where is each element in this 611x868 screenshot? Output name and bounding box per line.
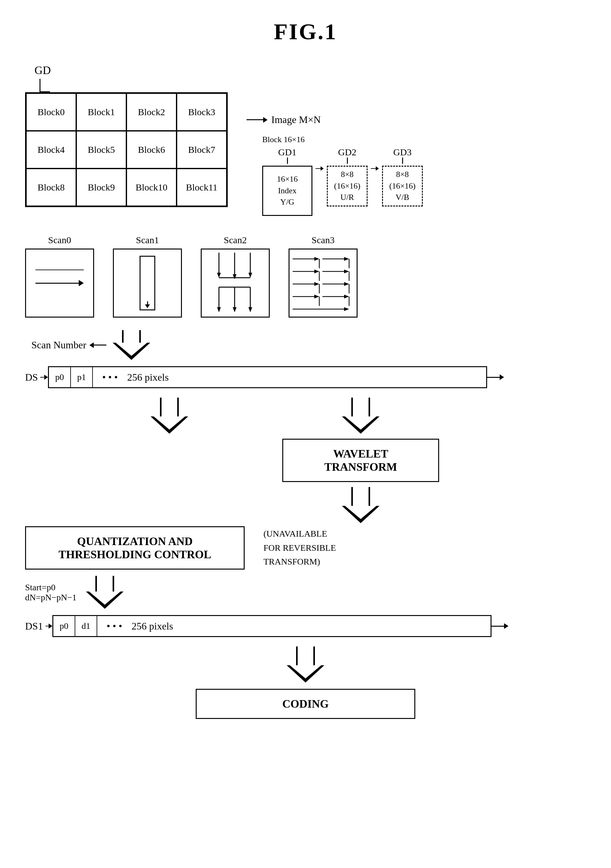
box3-line3: V/B [396,192,409,203]
svg-marker-19 [344,257,349,261]
grid-cell-5: Block5 [76,131,127,169]
svg-marker-35 [314,294,319,298]
svg-marker-23 [314,270,319,273]
gd-main-label: GD [34,64,51,77]
quantization-box: QUANTIZATION AND THRESHOLDING CONTROL [25,526,244,570]
top-section: GD Block0 Block1 Block2 Block3 Block4 Bl… [25,64,586,216]
right-block-diagram: Image M×N Block 16×16 GD1 16×16 [246,114,423,216]
ds1-d1: d1 [75,616,97,636]
grid-cell-6: Block6 [127,131,176,169]
svg-marker-4 [233,274,237,279]
unavailable-note: (UNAVAILABLE FOR REVERSIBLE TRANSFORM) [263,527,336,569]
ds-content: • • • 256 pixels [93,367,486,387]
svg-marker-13 [248,307,252,312]
ds1-dots: • • • [107,620,122,632]
svg-marker-37 [344,294,349,298]
wavelet-line2: TRANSFORM [296,460,425,474]
ds1-p0: p0 [53,616,75,636]
box2-line1: 8×8 [341,169,354,180]
svg-marker-41 [344,307,349,311]
gd3-label: GD3 [393,147,411,158]
grid-cell-9: Block9 [76,169,127,206]
grid-cell-10: Block10 [127,169,176,206]
quant-line2: THRESHOLDING CONTROL [39,548,231,561]
scan0-item: Scan0 [25,235,94,318]
box2-line2: (16×16) [334,180,360,192]
right-flow-col: WAVELET TRANSFORM [282,398,439,523]
quant-row: QUANTIZATION AND THRESHOLDING CONTROL (U… [25,526,586,570]
scan-section: Scan0 Scan1 [25,235,586,318]
figure-title: FIG.1 [25,19,586,45]
scan-down-arrow [113,330,150,360]
ds-pixels: 256 pixels [127,372,169,383]
box1-line2: Index [278,185,296,197]
grid-cell-11: Block11 [176,169,227,206]
unavail-line2: FOR REVERSIBLE [263,541,336,555]
svg-marker-7 [217,307,221,312]
grid-cell-4: Block4 [26,131,76,169]
formula2: dN=pN−pN−1 [25,592,77,603]
scan2-box [201,248,270,318]
svg-marker-1 [217,273,221,278]
formula-row: Start=p0 dN=pN−pN−1 [25,576,586,609]
formula1: Start=p0 [25,583,77,592]
scan0-box [25,248,94,318]
grid-area: GD Block0 Block1 Block2 Block3 Block4 Bl… [25,64,228,207]
scan-number-label: Scan Number [31,339,86,351]
scan3-item: Scan3 [289,235,357,318]
svg-marker-25 [344,270,349,273]
middle-flow: WAVELET TRANSFORM [25,398,586,523]
box1-line3: Y/G [280,197,294,208]
scan2-label: Scan2 [224,235,246,245]
ds-section: DS p0 p1 • • • 256 pixels [25,366,586,388]
image-arrow-head [263,117,268,123]
left-flow-col [150,398,188,439]
coding-section: CODING [25,689,586,719]
quant-line1: QUANTIZATION AND [39,535,231,548]
grid-cell-1: Block1 [76,93,127,131]
wavelet-line1: WAVELET [296,447,425,460]
scan-number-row: Scan Number [31,330,586,360]
gd2-label: GD2 [338,147,356,158]
image-grid: Block0 Block1 Block2 Block3 Block4 Block… [25,92,228,207]
scan3-box [289,248,357,318]
svg-marker-17 [314,257,319,261]
scan3-label: Scan3 [311,235,334,245]
ds1-pixels: 256 pixels [132,620,173,632]
coding-box: CODING [196,689,415,719]
ds-p0: p0 [49,367,71,387]
scan2-item: Scan2 [201,235,270,318]
scan0-label: Scan0 [48,235,71,245]
block-box-gd1: 16×16 Index Y/G [262,166,312,216]
grid-cell-8: Block8 [26,169,76,206]
svg-marker-29 [314,282,319,286]
svg-marker-11 [248,273,252,278]
svg-marker-9 [233,307,237,312]
grid-cell-7: Block7 [176,131,227,169]
unavail-line1: (UNAVAILABLE [263,527,336,541]
box3-line2: (16×16) [389,180,416,192]
formulas: Start=p0 dN=pN−pN−1 [25,583,77,603]
ds1-down-arrow [25,646,586,682]
grid-cell-0: Block0 [26,93,76,131]
scan1-box [113,248,182,318]
block-box-gd3: 8×8 (16×16) V/B [382,166,423,206]
ds1-content: • • • 256 pixels [97,616,490,636]
coding-label: CODING [282,698,329,710]
block-16x16-label: Block 16×16 [262,135,305,144]
ds1-section: DS1 p0 d1 • • • 256 pixels [25,615,586,637]
grid-cell-3: Block3 [176,93,227,131]
scan1-label: Scan1 [136,235,159,245]
page: FIG.1 GD Block0 Block1 Block2 Block3 [0,0,611,868]
gd1-label: GD1 [278,147,296,158]
ds1-label: DS1 [25,620,43,632]
formula-down-arrow [86,576,124,609]
block-box-gd2: 8×8 (16×16) U/R [327,166,368,206]
scan1-item: Scan1 [113,235,182,318]
box1-line1: 16×16 [277,174,298,185]
svg-marker-31 [344,282,349,286]
quant-box-container: QUANTIZATION AND THRESHOLDING CONTROL [25,526,244,570]
box3-line1: 8×8 [396,169,409,180]
unavail-line3: TRANSFORM) [263,555,336,569]
ds-label: DS [25,372,38,383]
